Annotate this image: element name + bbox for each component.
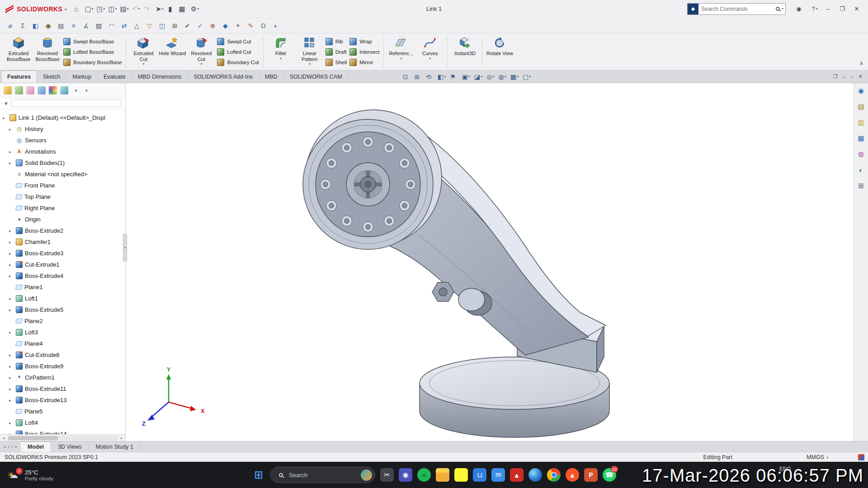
view-palette-icon[interactable]: ▦ bbox=[856, 133, 866, 143]
swept-boss-base-button[interactable]: Swept Boss/Base bbox=[63, 38, 122, 45]
undo-icon[interactable]: ↶▾ bbox=[130, 3, 142, 15]
units-selector[interactable]: MMGS ▴ bbox=[807, 454, 828, 460]
search-daily-image[interactable] bbox=[361, 469, 372, 481]
expand-arrow-icon[interactable]: ▸ bbox=[9, 229, 14, 233]
expand-arrow-icon[interactable]: ▸ bbox=[9, 274, 14, 278]
file-explorer-app[interactable] bbox=[436, 468, 449, 482]
expand-arrow-icon[interactable]: ▸ bbox=[3, 116, 7, 120]
command-tab[interactable]: Evaluate bbox=[98, 70, 132, 83]
teams-app[interactable]: ◉ bbox=[399, 468, 412, 482]
tree-item[interactable]: ▸ Cut-Extrude1 bbox=[2, 259, 125, 270]
tree-item[interactable]: ▸ CirPattern1 bbox=[2, 372, 125, 383]
dropdown-caret-icon[interactable]: ▾ bbox=[529, 75, 531, 79]
revolved-cut-button[interactable]: Revolved Cut ▾ bbox=[187, 34, 216, 70]
dropdown-caret-icon[interactable]: ▾ bbox=[492, 75, 494, 79]
last-tab-icon[interactable]: » bbox=[14, 444, 17, 449]
prev-tab-icon[interactable]: ‹ bbox=[8, 444, 9, 449]
logo-caret-icon[interactable]: ▸ bbox=[65, 7, 67, 11]
configurationmanager-tab[interactable] bbox=[26, 86, 34, 94]
expand-arrow-icon[interactable]: ▸ bbox=[9, 387, 14, 391]
file-properties-icon[interactable]: ▦▾ bbox=[177, 3, 189, 15]
microsoft-store-app[interactable]: ⊔ bbox=[473, 468, 486, 482]
hole-wizard-button[interactable]: Hole Wizard bbox=[158, 34, 187, 70]
sensor-icon[interactable]: ◉ bbox=[42, 20, 54, 31]
dropdown-caret-icon[interactable]: ▾ bbox=[197, 7, 199, 11]
dropdown-caret-icon[interactable]: ▾ bbox=[481, 75, 482, 79]
boundary-boss-base-button[interactable]: Boundary Boss/Base bbox=[63, 59, 122, 66]
expand-arrow-icon[interactable]: ▸ bbox=[9, 364, 14, 369]
tree-item[interactable]: ▸ History bbox=[2, 123, 125, 135]
tree-item[interactable]: ▸ Solid Bodies(1) bbox=[2, 157, 125, 169]
instant3d-button[interactable]: Instant3D bbox=[450, 34, 479, 70]
tree-horizontal-scrollbar[interactable]: ◂ ▸ bbox=[0, 434, 125, 441]
statistics-icon[interactable]: ▤ bbox=[55, 20, 66, 31]
command-tab[interactable]: Markup bbox=[66, 70, 98, 83]
flyout-caret-icon[interactable]: ▾ bbox=[142, 62, 144, 66]
flyout-caret-icon[interactable]: ▾ bbox=[200, 62, 202, 66]
ribbon-collapse-icon[interactable]: ∧ bbox=[859, 60, 863, 66]
dropdown-caret-icon[interactable]: ▾ bbox=[104, 7, 105, 11]
equations-icon[interactable]: ≡ bbox=[68, 20, 79, 31]
flyout-caret-icon[interactable]: ▾ bbox=[280, 56, 282, 61]
model-tab[interactable]: Model bbox=[21, 441, 51, 452]
intersect-button[interactable]: Intersect bbox=[349, 48, 379, 56]
search-commands-input[interactable] bbox=[698, 6, 774, 12]
tree-item[interactable]: ▸ Boss-Extrude2 bbox=[2, 225, 125, 236]
expand-arrow-icon[interactable]: ▸ bbox=[9, 161, 14, 165]
snipping-tool-app[interactable]: ✂ bbox=[380, 468, 394, 482]
section-properties-icon[interactable]: ◧ bbox=[30, 20, 41, 31]
dimxpert-icon[interactable]: ⌖ bbox=[232, 20, 244, 31]
dropdown-caret-icon[interactable]: ▾ bbox=[115, 7, 117, 11]
panel-scroll-left-icon[interactable]: ◂ bbox=[71, 86, 80, 94]
display-style-icon[interactable]: ◪▾ bbox=[474, 73, 482, 80]
zoom-to-area-icon[interactable]: ⊞▾ bbox=[414, 73, 422, 80]
search-caret-icon[interactable]: ▾ bbox=[782, 7, 783, 11]
lofted-boss-base-button[interactable]: Lofted Boss/Base bbox=[63, 48, 122, 56]
doc-cascade-icon[interactable]: ❐ bbox=[833, 74, 838, 80]
close-button[interactable]: ✕▾ bbox=[851, 2, 865, 16]
previous-view-icon[interactable]: ⟲▾ bbox=[426, 73, 434, 80]
apply-scene-icon[interactable]: ▩▾ bbox=[510, 73, 519, 80]
dimxpertmanager-tab[interactable] bbox=[38, 86, 46, 94]
snapchat-app[interactable]: ◌ bbox=[454, 468, 468, 482]
expand-arrow-icon[interactable]: ▸ bbox=[9, 240, 14, 244]
graphics-area[interactable]: Y X Z bbox=[126, 83, 854, 441]
dropdown-caret-icon[interactable]: ▾ bbox=[517, 75, 519, 79]
file-explorer-pane-icon[interactable]: ▥ bbox=[856, 117, 866, 127]
doc-restore-icon[interactable]: ▫ bbox=[851, 74, 853, 80]
select-cursor-icon[interactable]: ➤▾ bbox=[154, 3, 165, 15]
model-tab[interactable]: Motion Study 1 bbox=[89, 441, 141, 452]
model-link-part[interactable] bbox=[303, 110, 609, 437]
shell-button[interactable]: Shell bbox=[326, 59, 347, 66]
cam-feature-tree-tab[interactable] bbox=[60, 86, 68, 94]
wrap-button[interactable]: Wrap bbox=[349, 38, 379, 45]
curves-button[interactable]: Curves ▾ bbox=[415, 34, 444, 70]
import-diagnostics-icon[interactable]: ⊕ bbox=[207, 20, 218, 31]
open-document-icon[interactable]: ◳▾ bbox=[95, 3, 107, 15]
mail-app[interactable]: ✉ bbox=[491, 468, 505, 482]
solidworks-resources-icon[interactable]: ◉ bbox=[856, 86, 866, 96]
tree-item[interactable]: ▸ Boss-Extrude4 bbox=[2, 270, 125, 282]
linear-pattern-button[interactable]: Linear Pattern ▾ bbox=[295, 34, 324, 70]
doc-close-icon[interactable]: ✕ bbox=[859, 74, 863, 80]
tree-item[interactable]: ▸ Plane4 bbox=[2, 338, 125, 349]
weather-widget[interactable]: ☀☁ 1 25°C Partly cloudy bbox=[0, 469, 61, 481]
tree-item[interactable]: ▸ Top Plane bbox=[2, 191, 125, 202]
zoom-to-fit-icon[interactable]: ⊡▾ bbox=[403, 73, 410, 80]
boundary-cut-button[interactable]: Boundary Cut bbox=[217, 59, 259, 66]
compare-documents-icon[interactable]: ⊞ bbox=[169, 20, 180, 31]
account-icon[interactable]: ◉▾ bbox=[793, 2, 807, 16]
expand-arrow-icon[interactable]: ▸ bbox=[9, 398, 14, 403]
redo-icon[interactable]: ↷▾ bbox=[142, 3, 154, 15]
tree-item[interactable]: ▸ Loft3 bbox=[2, 327, 125, 338]
tree-item[interactable]: ▸ Material <not specified> bbox=[2, 169, 125, 180]
expand-arrow-icon[interactable]: ▸ bbox=[9, 150, 14, 154]
scrollbar-thumb[interactable] bbox=[8, 436, 58, 440]
spotify-app[interactable]: ≈ bbox=[417, 468, 431, 482]
tree-item[interactable]: ▸ Boss-Extrude3 bbox=[2, 248, 125, 259]
expand-arrow-icon[interactable]: ▸ bbox=[9, 127, 14, 131]
brave-browser[interactable]: ▲ bbox=[566, 468, 579, 482]
edge-browser[interactable] bbox=[528, 468, 542, 482]
taskbar-search[interactable]: Search bbox=[270, 467, 375, 483]
panel-splitter-handle[interactable]: ◂ bbox=[123, 234, 127, 262]
